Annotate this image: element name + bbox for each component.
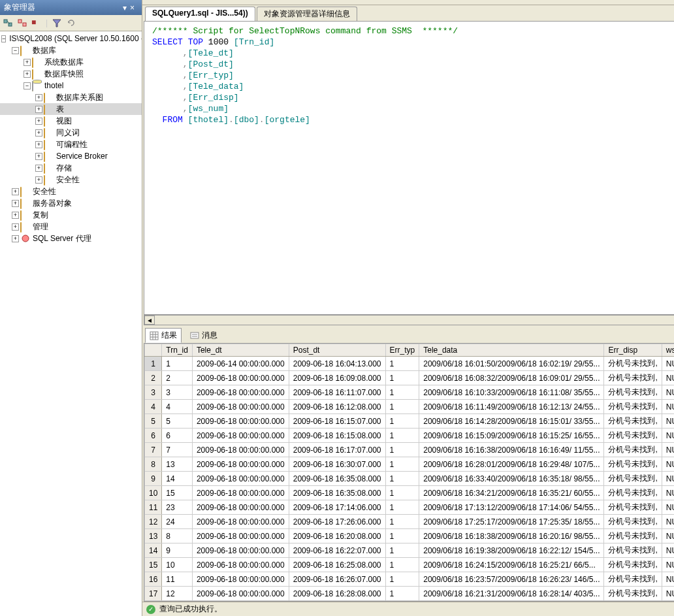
object-explorer-tree[interactable]: − IS\SQL2008 (SQL Server 10.50.1600 - −数… — [0, 31, 142, 616]
expand-icon[interactable]: + — [12, 235, 19, 242]
row-header[interactable]: 6 — [145, 429, 162, 443]
expand-icon[interactable]: + — [35, 129, 42, 137]
expand-icon[interactable]: + — [35, 165, 42, 172]
panel-close-icon[interactable]: × — [130, 4, 138, 12]
expand-icon[interactable]: + — [24, 71, 31, 78]
row-header[interactable]: 17 — [145, 587, 162, 601]
column-header[interactable]: Tele_dt — [192, 344, 289, 357]
expand-icon[interactable]: + — [35, 94, 42, 101]
row-header[interactable]: 5 — [145, 414, 162, 429]
table-row[interactable]: 11232009-06-18 00:00:00.0002009-06-18 17… — [145, 500, 675, 515]
row-header[interactable]: 14 — [145, 543, 162, 558]
expand-icon[interactable]: + — [12, 188, 19, 195]
column-header[interactable]: Tele_data — [419, 344, 604, 357]
expand-icon[interactable]: + — [35, 153, 42, 160]
tab-object-details[interactable]: 对象资源管理器详细信息 — [257, 7, 357, 21]
table-row[interactable]: 772009-06-18 00:00:00.0002009-06-18 16:1… — [145, 443, 675, 457]
panel-pin-icon[interactable]: ▾ — [121, 4, 129, 12]
tree-node[interactable]: +存储 — [0, 162, 142, 174]
expand-icon[interactable]: − — [24, 82, 31, 89]
table-row[interactable]: 9142009-06-18 00:00:00.0002009-06-18 16:… — [145, 472, 675, 486]
tree-node[interactable]: −数据库 — [0, 44, 142, 56]
tree-node[interactable]: +管理 — [0, 221, 142, 233]
tree-node[interactable]: −thotel — [0, 80, 142, 91]
row-header[interactable]: 10 — [145, 486, 162, 500]
expand-icon[interactable]: + — [35, 118, 42, 125]
expand-icon[interactable]: − — [1, 35, 6, 42]
grid-icon — [150, 331, 159, 340]
table-row[interactable]: 16112009-06-18 00:00:00.0002009-06-18 16… — [145, 572, 675, 587]
table-row[interactable]: 112009-06-14 00:00:00.0002009-06-18 16:0… — [145, 357, 675, 371]
connect-icon[interactable] — [3, 18, 13, 28]
tree-node[interactable]: +安全性 — [0, 186, 142, 197]
row-header[interactable]: 7 — [145, 443, 162, 457]
tree-node[interactable]: +SQL Server 代理 — [0, 233, 142, 244]
tree-node[interactable]: +表 — [0, 103, 142, 115]
tree-node[interactable]: +服务器对象 — [0, 197, 142, 209]
column-header[interactable]: ws_nu — [662, 344, 674, 357]
tree-node[interactable]: +同义词 — [0, 127, 142, 138]
row-header[interactable]: 1 — [145, 357, 162, 371]
table-row[interactable]: 1492009-06-18 00:00:00.0002009-06-18 16:… — [145, 543, 675, 558]
tree-node[interactable]: +视图 — [0, 115, 142, 127]
tab-results[interactable]: 结果 — [145, 328, 182, 343]
expand-icon[interactable]: + — [12, 223, 19, 231]
tree-node[interactable]: +数据库快照 — [0, 68, 142, 80]
row-header[interactable]: 11 — [145, 500, 162, 515]
row-header[interactable]: 13 — [145, 529, 162, 543]
tree-node[interactable]: +可编程性 — [0, 138, 142, 150]
tab-messages[interactable]: 消息 — [185, 328, 222, 343]
refresh-icon[interactable] — [66, 18, 76, 28]
table-row[interactable]: 332009-06-18 00:00:00.0002009-06-18 16:1… — [145, 385, 675, 400]
column-header[interactable]: Post_dt — [289, 344, 385, 357]
row-header[interactable]: 3 — [145, 385, 162, 400]
results-table: Trn_idTele_dtPost_dtErr_typTele_dataErr_… — [144, 344, 674, 602]
expand-icon[interactable]: − — [12, 47, 19, 54]
filter-icon[interactable] — [52, 18, 62, 28]
row-header[interactable]: 2 — [145, 371, 162, 385]
expand-icon[interactable]: + — [35, 106, 42, 113]
table-row[interactable]: 8132009-06-18 00:00:00.0002009-06-18 16:… — [145, 457, 675, 472]
column-header[interactable]: Err_disp — [604, 344, 662, 357]
editor-h-scrollbar[interactable]: ◂ ▸ — [144, 315, 674, 325]
expand-icon[interactable]: + — [35, 176, 42, 184]
expand-icon[interactable]: + — [12, 200, 19, 207]
expand-icon[interactable]: + — [24, 59, 31, 66]
results-grid[interactable]: Trn_idTele_dtPost_dtErr_typTele_dataErr_… — [144, 343, 674, 602]
expand-icon[interactable]: + — [12, 212, 19, 219]
table-row[interactable]: 552009-06-18 00:00:00.0002009-06-18 16:1… — [145, 414, 675, 429]
table-row[interactable]: 12242009-06-18 00:00:00.0002009-06-18 17… — [145, 515, 675, 529]
message-icon — [190, 331, 199, 340]
sql-editor[interactable]: /****** Script for SelectTopNRows comman… — [144, 21, 674, 315]
table-row[interactable]: 222009-06-18 00:00:00.0002009-06-18 16:0… — [145, 371, 675, 385]
expand-icon[interactable]: + — [35, 141, 42, 148]
tab-sql-query[interactable]: SQLQuery1.sql - JIS...54)) — [145, 7, 255, 21]
tree-node[interactable]: +数据库关系图 — [0, 91, 142, 103]
tree-node[interactable]: +系统数据库 — [0, 56, 142, 68]
row-header[interactable]: 8 — [145, 457, 162, 472]
row-header[interactable]: 16 — [145, 572, 162, 587]
cell-tele-data: 2009/06/18 16:33:40/2009/06/18 16:35:18/… — [419, 472, 604, 486]
row-header[interactable]: 4 — [145, 400, 162, 414]
tree-node-label: 存储 — [56, 163, 72, 173]
table-row[interactable]: 17122009-06-18 00:00:00.0002009-06-18 16… — [145, 587, 675, 601]
column-header[interactable]: Err_typ — [385, 344, 419, 357]
table-row[interactable]: 1382009-06-18 00:00:00.0002009-06-18 16:… — [145, 529, 675, 543]
disconnect-icon[interactable] — [17, 18, 27, 28]
tree-node[interactable]: +复制 — [0, 209, 142, 221]
table-row[interactable]: 15102009-06-18 00:00:00.0002009-06-18 16… — [145, 558, 675, 572]
tree-node[interactable]: +安全性 — [0, 174, 142, 186]
table-row[interactable]: 10152009-06-18 00:00:00.0002009-06-18 16… — [145, 486, 675, 500]
column-header[interactable]: Trn_id — [162, 344, 193, 357]
tree-server-node[interactable]: − IS\SQL2008 (SQL Server 10.50.1600 - — [0, 33, 142, 44]
stop-icon[interactable]: ■ — [31, 18, 42, 28]
row-header[interactable]: 12 — [145, 515, 162, 529]
table-row[interactable]: 442009-06-18 00:00:00.0002009-06-18 16:1… — [145, 400, 675, 414]
row-header[interactable]: 15 — [145, 558, 162, 572]
scroll-left-icon[interactable]: ◂ — [144, 316, 155, 325]
row-header[interactable]: 9 — [145, 472, 162, 486]
folder-icon — [44, 116, 54, 125]
tree-node[interactable]: +Service Broker — [0, 150, 142, 162]
table-row[interactable]: 662009-06-18 00:00:00.0002009-06-18 16:1… — [145, 429, 675, 443]
object-explorer-toolbar: ■ | — [0, 15, 142, 31]
